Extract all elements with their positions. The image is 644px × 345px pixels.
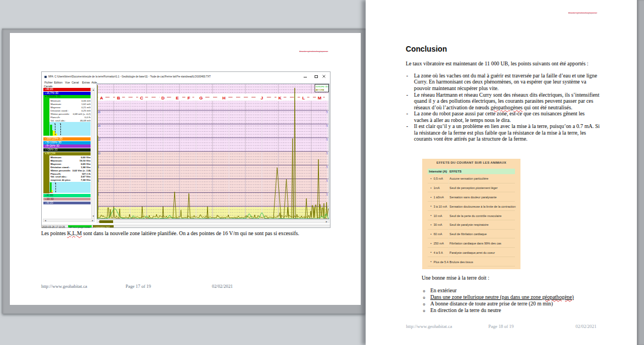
svg-text:C: C: [140, 95, 143, 100]
svg-text:M: M: [318, 95, 322, 100]
svg-text:A: A: [100, 95, 103, 100]
svg-text:16: 16: [98, 111, 101, 114]
svg-text:L: L: [303, 95, 305, 100]
svg-text:B: B: [117, 95, 120, 100]
svg-text:J: J: [261, 95, 263, 100]
svg-text:D: D: [161, 95, 165, 100]
svg-text:F: F: [188, 95, 191, 100]
svg-text:14: 14: [98, 125, 101, 127]
svg-text:K: K: [278, 95, 282, 100]
svg-text:E: E: [176, 95, 179, 100]
svg-text:G: G: [199, 95, 203, 100]
svg-text:H: H: [222, 95, 226, 100]
